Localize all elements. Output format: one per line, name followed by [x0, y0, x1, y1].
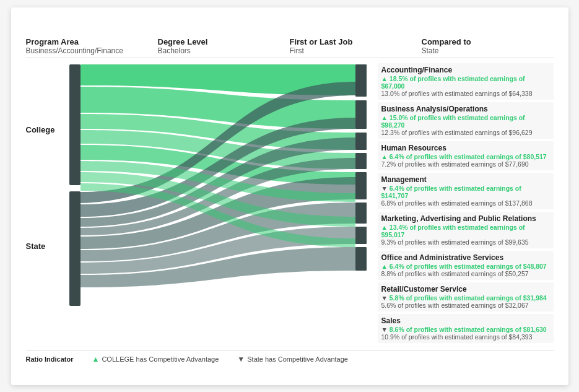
svg-rect-3: [355, 100, 367, 129]
filter-value: Bachelors: [158, 46, 290, 55]
svg-rect-0: [69, 64, 81, 185]
footer-legend-item-1: ▼ State has Competitive Advantage: [237, 355, 348, 364]
outcome-name: Office and Administrative Services: [381, 253, 550, 262]
outcome-item-0: Accounting/Finance ▲ 18.5% of profiles w…: [378, 63, 554, 100]
outcome-item-4: Marketing, Advertising and Public Relati…: [378, 212, 554, 248]
outcome-state-line: 13.0% of profiles with estimated earning…: [381, 90, 550, 97]
sankey-area: CollegeState: [26, 63, 373, 311]
filter-col-program-area: Program Area Business/Accounting/Finance: [26, 37, 158, 55]
outcome-college-line: ▲ 13.4% of profiles with estimated earni…: [381, 224, 550, 238]
footer-legend-item-0: ▲ COLLEGE has Competitive Advantage: [92, 355, 219, 364]
outcome-name: Sales: [381, 316, 550, 325]
outcome-state-line: 5.6% of profiles with estimated earnings…: [381, 302, 550, 309]
outcome-state-line: 12.3% of profiles with estimated earning…: [381, 129, 550, 136]
outcome-college-line: ▼ 6.4% of profiles with estimated earnin…: [381, 185, 550, 199]
outcome-name: Business Analysis/Operations: [381, 105, 550, 113]
right-panel: Accounting/Finance ▲ 18.5% of profiles w…: [373, 63, 554, 344]
outcome-name: Marketing, Advertising and Public Relati…: [381, 214, 550, 223]
left-label-college: College: [26, 125, 55, 134]
outcome-state-line: 8.8% of profiles with estimated earnings…: [381, 270, 550, 277]
outcome-college-line: ▲ 15.0% of profiles with estimated earni…: [381, 114, 550, 129]
sankey-diagram: [69, 63, 367, 311]
left-label-state: State: [26, 242, 46, 251]
filter-label: Degree Level: [158, 37, 290, 46]
outcome-college-line: ▲ 6.4% of profiles with estimated earnin…: [381, 153, 550, 160]
filter-col-degree-level: Degree Level Bachelors: [158, 37, 290, 55]
footer-arrow-down: ▼: [237, 355, 245, 364]
filter-col-first-or-last-job: First or Last Job First: [290, 37, 422, 55]
outcome-state-line: 6.8% of profiles with estimated earnings…: [381, 199, 550, 207]
svg-rect-9: [355, 247, 367, 271]
outcome-college-line: ▼ 8.6% of profiles with estimated earnin…: [381, 326, 550, 333]
outcome-item-5: Office and Administrative Services ▲ 6.4…: [378, 251, 554, 280]
footer-row: Ratio Indicator▲ COLLEGE has Competitive…: [26, 351, 554, 364]
filter-label: Program Area: [26, 37, 158, 46]
svg-rect-7: [355, 203, 367, 224]
filter-col-compared-to: Compared to State: [422, 37, 554, 55]
outcome-state-line: 9.3% of profiles with estimated earnings…: [381, 238, 550, 246]
filter-label: Compared to: [422, 37, 554, 46]
outcome-name: Accounting/Finance: [381, 66, 550, 74]
filter-value: First: [290, 46, 422, 55]
footer-legend-text: COLLEGE has Competitive Advantage: [102, 355, 219, 363]
filters-row: Program Area Business/Accounting/Finance…: [26, 37, 554, 58]
main-card: Program Area Business/Accounting/Finance…: [11, 7, 568, 385]
outcome-name: Human Resources: [381, 144, 550, 152]
svg-rect-5: [355, 153, 367, 169]
outcome-state-line: 7.2% of profiles with estimated earnings…: [381, 160, 550, 168]
main-content: CollegeState: [26, 63, 554, 344]
outcome-item-2: Human Resources ▲ 6.4% of profiles with …: [378, 141, 554, 170]
outcome-item-3: Management ▼ 6.4% of profiles with estim…: [378, 173, 554, 209]
outcome-college-line: ▲ 6.4% of profiles with estimated earnin…: [381, 263, 550, 270]
outcome-name: Management: [381, 175, 550, 184]
outcome-item-6: Retail/Customer Service ▼ 5.8% of profil…: [378, 282, 554, 311]
filter-value: State: [422, 46, 554, 55]
filter-label: First or Last Job: [290, 37, 422, 46]
svg-rect-1: [69, 191, 81, 306]
svg-rect-6: [355, 172, 367, 199]
footer-legend-text: State has Competitive Advantage: [247, 355, 348, 363]
outcome-state-line: 10.9% of profiles with estimated earning…: [381, 333, 550, 341]
footer-arrow-up: ▲: [92, 355, 100, 364]
footer-title: Ratio Indicator: [26, 355, 74, 363]
metrics-section: [26, 26, 554, 28]
outcome-name: Retail/Customer Service: [381, 285, 550, 294]
outcome-item-1: Business Analysis/Operations ▲ 15.0% of …: [378, 102, 554, 139]
svg-rect-8: [355, 227, 367, 244]
svg-rect-4: [355, 133, 367, 150]
outcome-college-line: ▼ 5.8% of profiles with estimated earnin…: [381, 294, 550, 302]
outcome-item-7: Sales ▼ 8.6% of profiles with estimated …: [378, 314, 554, 343]
sankey-left-labels: CollegeState: [26, 63, 69, 311]
outcome-college-line: ▲ 18.5% of profiles with estimated earni…: [381, 75, 550, 90]
filter-value: Business/Accounting/Finance: [26, 46, 158, 55]
svg-rect-2: [355, 64, 367, 97]
